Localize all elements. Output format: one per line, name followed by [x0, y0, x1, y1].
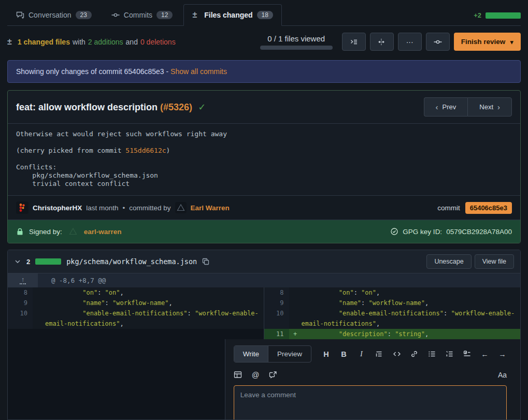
cherry-pick-line: (cherry picked from commit 515dd6612c) [16, 147, 512, 155]
files-viewed: 0 / 1 files viewed [260, 34, 333, 50]
prev-commit-button[interactable]: ‹ Prev [424, 97, 468, 117]
code-text: "enable-email-notifications": "workflow-… [45, 308, 264, 318]
copy-path-icon[interactable] [202, 258, 209, 265]
committer-link[interactable]: Earl Warren [191, 204, 230, 212]
conversation-count-badge: 23 [76, 11, 92, 19]
indent-icon[interactable]: → [498, 350, 507, 358]
bold-icon[interactable]: B [339, 350, 348, 358]
diff-row: 10 "enable-email-notifications": "workfl… [8, 308, 520, 318]
line-number[interactable]: 11 [264, 329, 289, 339]
font-toggle-icon[interactable]: Aa [498, 371, 507, 379]
line-number[interactable]: 9 [8, 298, 33, 308]
editor-mode-tabs: Write Preview [234, 345, 311, 363]
tab-files-changed-label: Files changed [204, 11, 252, 19]
author-link[interactable]: ChristopherHX [33, 204, 82, 212]
quote-icon[interactable] [375, 350, 383, 358]
task-list-icon[interactable] [463, 350, 472, 358]
line-number[interactable]: 8 [264, 287, 289, 298]
diff-code-line: 8 "on": "on", [264, 287, 521, 298]
expand-up-icon: ↑ [20, 277, 26, 284]
diff-marker: + [289, 329, 302, 339]
outdent-icon[interactable]: ← [480, 350, 489, 358]
code-text [45, 329, 264, 339]
signer-link[interactable]: earl-warren [84, 228, 122, 236]
finish-review-button[interactable]: Finish review ▾ [454, 33, 521, 51]
heading-icon[interactable]: H [322, 350, 331, 358]
unordered-list-icon[interactable] [427, 350, 436, 358]
comment-textarea[interactable] [234, 385, 507, 420]
diff-stat-bar [486, 12, 521, 19]
code-text: email-notifications", [45, 318, 264, 329]
diff-marker [33, 329, 45, 339]
code-text: "on": "on", [302, 287, 521, 298]
diff-row: 8 "on": "on",8 "on": "on", [8, 287, 520, 298]
file-header: 2 pkg/schema/workflow_schema.json Unesca… [8, 250, 520, 273]
tab-files-changed[interactable]: ± Files changed 18 [183, 4, 282, 26]
files-viewed-progress [260, 46, 333, 50]
tab-commits-label: Commits [124, 11, 152, 19]
file-name[interactable]: pkg/schema/workflow_schema.json [66, 257, 197, 266]
summary-text: and [126, 38, 138, 46]
expand-hunk-button[interactable]: ↑ [8, 273, 38, 287]
diff-table: 8 "on": "on",8 "on": "on",9 "name": "wor… [8, 287, 520, 339]
tab-conversation[interactable]: Conversation 23 [7, 5, 101, 25]
diff-marker [289, 298, 302, 308]
show-all-commits-link[interactable]: Show all commits [170, 67, 227, 76]
author-avatar[interactable] [16, 201, 28, 214]
write-tab[interactable]: Write [234, 346, 268, 362]
diff-marker [289, 318, 302, 329]
italic-icon[interactable]: I [357, 350, 366, 358]
code-text: "enable-email-notifications": "workflow-… [302, 308, 521, 318]
code-text: "description": "string", [302, 329, 521, 339]
changed-files-count: 1 changed files [18, 38, 70, 46]
preview-tab[interactable]: Preview [268, 346, 311, 362]
cherry-pick-sha-link[interactable]: 515dd6612c [125, 147, 166, 154]
lock-icon [16, 228, 24, 236]
diff-code-line: 9 "name": "workflow-name", [8, 298, 264, 308]
banner-text: Showing only changes of commit 65406c85e… [16, 67, 168, 76]
line-number[interactable]: 10 [264, 308, 289, 318]
hunk-header: ↑ @ -8,6 +8,7 @@ [8, 273, 520, 287]
view-file-button[interactable]: View file [475, 254, 514, 269]
issue-ref[interactable]: (#5326) [160, 102, 192, 112]
chevron-right-icon: › [497, 103, 500, 111]
more-options-button[interactable]: ··· [398, 33, 422, 51]
outline-list-button[interactable] [342, 33, 366, 51]
commit-icon [434, 38, 442, 46]
signer-avatar[interactable] [67, 226, 79, 237]
committer-avatar[interactable] [175, 202, 187, 213]
line-number[interactable]: 9 [264, 298, 289, 308]
line-number [8, 329, 33, 339]
diff-row: 11+ "description": "string", [8, 329, 520, 339]
next-commit-button[interactable]: Next › [467, 97, 512, 117]
diff-code-line: 9 "name": "workflow-name", [264, 298, 521, 308]
commit-select-button[interactable] [426, 33, 450, 51]
mention-icon[interactable]: @ [251, 370, 260, 379]
diff-file-box: 2 pkg/schema/workflow_schema.json Unesca… [7, 250, 521, 420]
unescape-button[interactable]: Unescape [426, 254, 471, 269]
code-icon[interactable] [392, 350, 401, 358]
finish-review-label: Finish review [461, 38, 506, 46]
ordered-list-icon[interactable] [445, 350, 454, 358]
link-icon[interactable] [410, 350, 419, 358]
summary-text: with [73, 38, 85, 46]
commit-filter-banner: Showing only changes of commit 65406c85e… [7, 60, 521, 83]
files-toolbar: ± 1 changed files with 2 additions and 0… [7, 26, 521, 56]
chevron-down-icon[interactable] [14, 258, 21, 265]
files-viewed-label: 0 / 1 files viewed [260, 34, 333, 43]
signed-row: Signed by: earl-warren GPG key ID: 0579C… [8, 220, 520, 243]
table-icon[interactable] [234, 370, 242, 379]
tab-commits[interactable]: Commits 12 [103, 5, 182, 25]
tab-conversation-label: Conversation [28, 11, 72, 19]
reference-icon[interactable] [269, 370, 278, 379]
commit-box: feat: allow workflow description (#5326)… [7, 90, 521, 243]
commit-message-line: Otherwise act would reject such workflow… [16, 130, 512, 138]
signed-by-label: Signed by: [29, 228, 62, 236]
diff-marker [33, 287, 45, 298]
split-diff-button[interactable] [370, 33, 394, 51]
gpg-key-label: GPG key ID: [403, 228, 442, 236]
line-number[interactable]: 10 [8, 308, 33, 318]
line-number[interactable]: 8 [8, 287, 33, 298]
additions-text: 2 additions [88, 38, 123, 46]
commit-sha-badge[interactable]: 65406c85e3 [465, 202, 512, 214]
